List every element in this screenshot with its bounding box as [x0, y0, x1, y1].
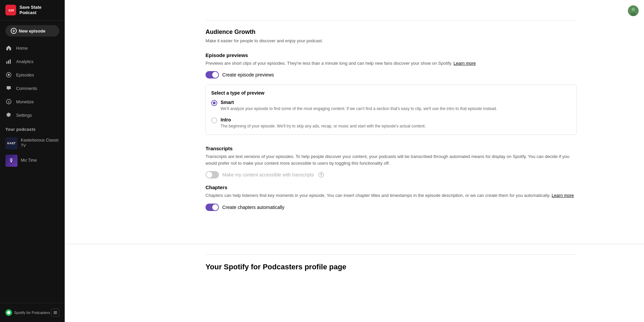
sidebar-header: SSP Save State Podcast — [0, 0, 65, 20]
radio-smart-title: Smart — [221, 100, 497, 105]
podcast-item-mic[interactable]: 🎙 Mic Time — [0, 152, 65, 169]
radio-intro[interactable] — [211, 117, 217, 123]
chapters-learn-more[interactable]: Learn more — [551, 193, 574, 198]
main-content: Audience Growth Make it easier for peopl… — [65, 0, 644, 322]
radio-intro-title: Intro — [221, 117, 426, 122]
sidebar-podcast-title: Save State Podcast — [19, 5, 59, 15]
chapters-toggle-row: Create chapters automatically — [206, 204, 577, 211]
sidebar-item-comments[interactable]: Comments — [0, 82, 65, 95]
radio-smart-desc: We'll analyze your episode to find some … — [221, 106, 497, 112]
sidebar-item-home[interactable]: Home — [0, 41, 65, 55]
transcripts-toggle-row: Make my content accessible with transcri… — [206, 171, 577, 178]
create-previews-toggle[interactable] — [206, 71, 219, 78]
monetize-label: Monetize — [16, 99, 34, 104]
your-podcasts-label: Your podcasts — [0, 122, 65, 135]
analytics-label: Analytics — [16, 59, 34, 64]
sidebar-item-analytics[interactable]: Analytics — [0, 55, 65, 68]
audience-growth-title: Audience Growth — [206, 29, 577, 36]
chapters-toggle-label: Create chapters automatically — [222, 205, 284, 210]
svg-rect-2 — [6, 61, 7, 64]
transcripts-toggle[interactable] — [206, 171, 219, 178]
episode-previews-desc: Previews are short clips of your episode… — [206, 60, 577, 67]
svg-point-9 — [7, 311, 10, 314]
preview-select-title: Select a type of preview — [211, 90, 571, 96]
home-icon — [5, 45, 12, 51]
svg-rect-4 — [10, 59, 11, 64]
episode-previews-title: Episode previews — [206, 52, 577, 58]
svg-text:SSP: SSP — [8, 9, 14, 12]
episodes-icon — [5, 71, 12, 78]
home-label: Home — [16, 46, 28, 51]
chapters-desc: Chapters can help listeners find key mom… — [206, 192, 577, 199]
settings-content: Audience Growth Make it easier for peopl… — [65, 0, 644, 244]
chapters-desc-text: Chapters can help listeners find key mom… — [206, 193, 550, 198]
chapters-title: Chapters — [206, 184, 577, 190]
sidebar-item-monetize[interactable]: $ Monetize — [0, 95, 65, 108]
monetize-icon: $ — [5, 98, 12, 105]
svg-point-5 — [8, 74, 10, 76]
episodes-label: Episodes — [16, 72, 34, 77]
transcripts-section: Transcripts Transcripts are text version… — [206, 146, 577, 178]
top-divider — [206, 20, 577, 20]
transcripts-toggle-knob — [206, 172, 212, 178]
podcast-thumb-kast: KAST — [5, 137, 17, 149]
top-bar — [628, 5, 639, 16]
svg-rect-10 — [54, 311, 57, 312]
podcast-name-mic: Mic Time — [21, 158, 37, 163]
spotify-for-podcasters-logo: Spotify for Podcasters — [5, 309, 50, 316]
audience-growth-desc: Make it easier for people to discover an… — [206, 38, 577, 44]
svg-rect-12 — [54, 314, 57, 314]
create-previews-label: Create episode previews — [222, 72, 274, 77]
chapters-section: Chapters Chapters can help listeners fin… — [206, 184, 577, 211]
radio-option-smart[interactable]: Smart We'll analyze your episode to find… — [211, 100, 571, 112]
audience-growth-section: Audience Growth Make it easier for peopl… — [206, 29, 577, 44]
comments-icon — [5, 85, 12, 92]
radio-intro-content: Intro The beginning of your episode. We'… — [221, 117, 426, 129]
plus-circle-icon: + — [11, 28, 17, 34]
spotify-icon — [5, 309, 12, 316]
collapse-sidebar-button[interactable] — [51, 309, 59, 317]
svg-point-14 — [632, 8, 635, 11]
bottom-section: Your Spotify for Podcasters profile page — [65, 244, 644, 285]
gear-icon — [5, 112, 12, 118]
transcripts-help-icon[interactable]: ? — [318, 172, 324, 177]
analytics-icon — [5, 58, 12, 65]
comments-label: Comments — [16, 86, 37, 91]
bottom-section-title: Your Spotify for Podcasters profile page — [206, 263, 577, 271]
svg-rect-11 — [54, 312, 57, 313]
create-previews-toggle-row: Create episode previews — [206, 71, 577, 78]
svg-text:$: $ — [8, 100, 10, 104]
spotify-brand-label: Spotify for Podcasters — [14, 311, 50, 315]
radio-option-intro[interactable]: Intro The beginning of your episode. We'… — [211, 117, 571, 129]
episode-previews-section: Episode previews Previews are short clip… — [206, 52, 577, 135]
radio-intro-desc: The beginning of your episode. We'll try… — [221, 123, 426, 129]
episode-previews-desc-text: Previews are short clips of your episode… — [206, 61, 452, 66]
sidebar-item-settings[interactable]: Settings — [0, 108, 65, 122]
new-episode-button[interactable]: + New episode — [5, 25, 59, 37]
transcripts-desc: Transcripts are text versions of your ep… — [206, 153, 577, 166]
svg-rect-3 — [8, 60, 9, 64]
bottom-divider — [206, 254, 577, 255]
podcast-item-kast[interactable]: KAST Kasterborous Classic TV — [0, 135, 65, 152]
transcripts-toggle-label: Make my content accessible with transcri… — [222, 172, 314, 177]
sidebar: SSP Save State Podcast + New episode Hom… — [0, 0, 65, 322]
sidebar-item-episodes[interactable]: Episodes — [0, 68, 65, 82]
transcripts-title: Transcripts — [206, 146, 577, 151]
user-avatar[interactable] — [628, 5, 639, 16]
preview-type-selector: Select a type of preview Smart We'll ana… — [206, 85, 577, 135]
radio-smart[interactable] — [211, 100, 217, 106]
chapters-toggle[interactable] — [206, 204, 219, 211]
podcast-thumb-mic: 🎙 — [5, 155, 17, 167]
chapters-toggle-knob — [212, 204, 218, 210]
settings-label: Settings — [16, 113, 32, 118]
episode-previews-learn-more[interactable]: Learn more — [454, 61, 476, 66]
sidebar-footer: Spotify for Podcasters — [0, 303, 65, 322]
new-episode-label: New episode — [19, 29, 45, 34]
podcast-name-kast: Kasterborous Classic TV — [21, 138, 59, 148]
radio-smart-content: Smart We'll analyze your episode to find… — [221, 100, 497, 112]
toggle-knob — [212, 72, 218, 78]
app-logo: SSP — [5, 5, 16, 15]
